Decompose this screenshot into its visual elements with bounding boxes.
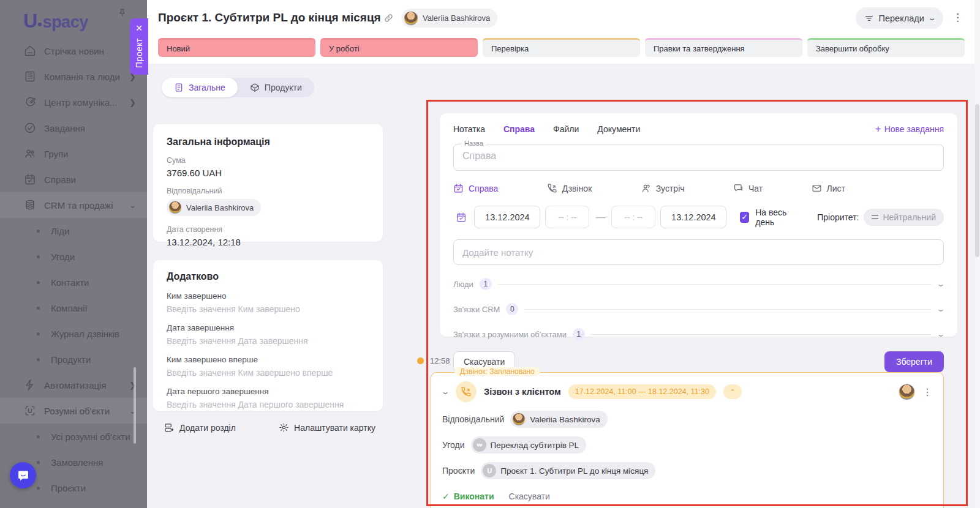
tab-files[interactable]: Файли — [553, 124, 579, 134]
owner-chip[interactable]: Valeriia Bashkirova — [401, 9, 497, 28]
time-to-input[interactable] — [611, 206, 655, 228]
chevron-up-icon[interactable]: ⌃ — [723, 384, 742, 399]
bullet-icon — [37, 230, 40, 233]
chevron-down-icon[interactable]: ⌄ — [440, 387, 450, 396]
bullet-icon — [37, 307, 40, 310]
sidebar-item-feed[interactable]: Стрічка новин — [0, 38, 147, 64]
new-activity-panel: Нотатка Справа Файли Документи +Нове зав… — [440, 113, 957, 337]
sidebar-item-products[interactable]: Продукти — [0, 346, 147, 372]
field-placeholder[interactable]: Введіть значення Ким завершено — [167, 304, 369, 314]
page-scrollbar[interactable] — [974, 0, 980, 508]
avatar — [512, 413, 526, 426]
support-chat-button[interactable] — [10, 462, 36, 488]
project-slideover-tab[interactable]: ✕ Проект — [130, 18, 148, 75]
chevron-down-icon: ⌄ — [129, 201, 136, 210]
range-dash-icon: — — [595, 212, 605, 223]
sidebar-item-companies[interactable]: Компанії — [0, 295, 147, 321]
sidebar-item-call-log[interactable]: Журнал дзвінків — [0, 321, 147, 346]
configure-card-button[interactable]: Налаштувати картку — [279, 422, 375, 433]
tab-documents[interactable]: Документи — [597, 124, 640, 134]
calendar-picker-button[interactable] — [453, 207, 469, 227]
calendar-icon — [456, 212, 467, 223]
sidebar-item-activities[interactable]: Справи — [0, 166, 147, 192]
add-section-button[interactable]: Додати розділ — [164, 422, 236, 433]
chevron-down-icon[interactable]: ⌄ — [936, 305, 945, 313]
tab-products[interactable]: Продукти — [238, 78, 314, 97]
pin-icon[interactable] — [117, 7, 127, 20]
view-tabs: Загальне Продукти — [162, 78, 314, 97]
sidebar-item-label: Компанія та люди — [44, 72, 129, 82]
cancel-event-button[interactable]: Скасувати — [509, 491, 550, 501]
copy-link-icon[interactable] — [383, 13, 394, 26]
tab-general[interactable]: Загальне — [162, 78, 238, 97]
field-placeholder[interactable]: Введіть значення Дата першого завершення — [167, 400, 369, 409]
field-label: Дата створення — [167, 225, 369, 234]
stage-finish[interactable]: Завершити обробку — [807, 38, 965, 57]
sidebar-item-company[interactable]: Компанія та люди ❯ — [0, 64, 147, 89]
sidebar-item-groups[interactable]: Групи — [0, 141, 147, 166]
sidebar-item-automation[interactable]: Автоматизація ❯ — [0, 372, 147, 398]
stage-label: Правки та затвердження — [654, 44, 745, 53]
header-kebab-menu[interactable]: ⋮ — [952, 11, 963, 24]
type-meeting[interactable]: Зустріч — [641, 183, 685, 193]
sidebar-item-communication[interactable]: Центр комуніка... ❯ — [0, 89, 147, 115]
complete-button[interactable]: ✓Виконати — [442, 491, 494, 501]
responsible-chip[interactable]: Valeriia Bashkirova — [510, 411, 608, 428]
call-event-card: Дзвінок: Заплановано ⌄ Зізвон з клієнтом… — [431, 372, 944, 508]
tab-label: Продукти — [265, 83, 302, 92]
type-task[interactable]: Справа — [453, 183, 498, 193]
date-from-input[interactable] — [474, 206, 540, 228]
chevron-down-icon[interactable]: ⌄ — [936, 280, 945, 288]
stage-new[interactable]: Новий — [158, 38, 315, 57]
date-to-input[interactable] — [660, 206, 726, 228]
sidebar-item-contacts[interactable]: Контакти — [0, 269, 147, 295]
filter-label: Переклади — [879, 13, 924, 23]
project-chip[interactable]: U Проєкт 1. Субтитри PL до кінця місяця — [481, 462, 655, 479]
sidebar-item-crm[interactable]: CRM та продажі ⌄ — [0, 192, 147, 218]
all-day-checkbox[interactable]: ✓ — [740, 212, 749, 223]
filter-funnel-button[interactable]: Переклади ⌄ — [856, 7, 943, 29]
deal-chip[interactable]: Переклад субтитрів PL — [471, 436, 587, 454]
sidebar-item-all-smart-objects[interactable]: Усі розумні об'єкти — [0, 424, 147, 449]
sidebar-item-label: Групи — [44, 149, 136, 159]
created-value: 13.12.2024, 12:18 — [167, 237, 369, 247]
field-placeholder[interactable]: Введіть значення Дата завершення — [167, 336, 369, 346]
stage-review[interactable]: Перевірка — [483, 38, 640, 57]
type-email[interactable]: Лист — [812, 183, 845, 193]
type-chat[interactable]: Чат — [733, 183, 763, 193]
sidebar-scrollbar-thumb[interactable] — [134, 367, 136, 444]
name-input[interactable] — [462, 151, 935, 162]
sidebar-item-tasks[interactable]: Завдання — [0, 115, 147, 141]
stage-label: У роботі — [329, 44, 360, 53]
event-kebab-menu[interactable]: ⋮ — [922, 386, 932, 398]
tab-activity[interactable]: Справа — [503, 124, 535, 134]
event-period[interactable]: 17.12.2024, 11:00 — 18.12.2024, 11:30 — [568, 384, 716, 399]
sidebar-item-leads[interactable]: Ліди — [0, 218, 147, 244]
sidebar-item-smart-objects[interactable]: Розумні об'єкти ⌄ — [0, 398, 147, 424]
priority-select[interactable]: Нейтральний — [864, 209, 944, 226]
event-projects-row: Проєкти U Проєкт 1. Субтитри PL до кінця… — [442, 462, 932, 479]
field-placeholder[interactable]: Введіть значення Ким завершено вперше — [167, 368, 369, 378]
scrollbar-thumb[interactable] — [975, 104, 979, 257]
sidebar: Uspacy Стрічка новин Компанія та люди ❯ … — [0, 0, 147, 508]
stage-in-progress[interactable]: У роботі — [320, 38, 478, 57]
responsible-chip[interactable]: Valeriia Bashkirova — [167, 199, 261, 216]
stage-edits-approval[interactable]: Правки та затвердження — [645, 38, 802, 57]
note-input[interactable] — [453, 239, 944, 265]
stage-label: Завершити обробку — [816, 44, 889, 53]
sidebar-item-label: Ліди — [51, 226, 69, 236]
sidebar-item-deals[interactable]: Угоди — [0, 244, 147, 269]
tab-note[interactable]: Нотатка — [453, 124, 485, 134]
calendar-icon — [453, 183, 464, 193]
time-from-input[interactable] — [545, 206, 589, 228]
type-call[interactable]: Дзвінок — [547, 183, 592, 193]
responsible-name: Valeriia Bashkirova — [186, 203, 254, 212]
uspacy-logo[interactable]: Uspacy — [23, 10, 88, 32]
save-button[interactable]: Зберегти — [884, 351, 944, 372]
close-icon[interactable]: ✕ — [135, 23, 143, 33]
type-label: Зустріч — [656, 184, 685, 193]
chevron-down-icon: ⌄ — [927, 14, 937, 22]
chevron-down-icon[interactable]: ⌄ — [936, 330, 945, 338]
coins-icon — [23, 198, 37, 212]
new-task-button[interactable]: +Нове завдання — [875, 123, 944, 135]
